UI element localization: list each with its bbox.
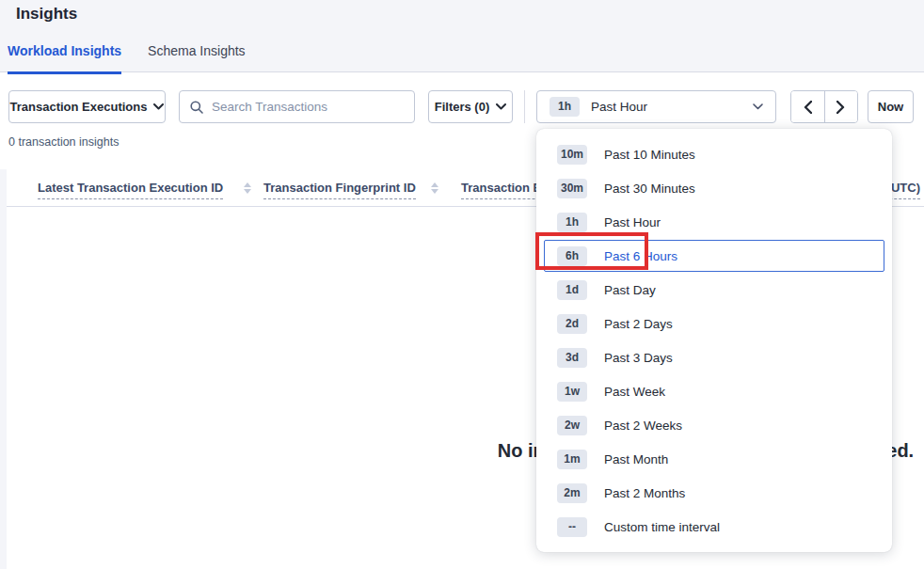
time-interval-option-label: Past Day xyxy=(604,283,656,297)
time-interval-option-label: Past Hour xyxy=(604,215,661,229)
time-interval-dropdown: 10m Past 10 Minutes 30m Past 30 Minutes … xyxy=(536,129,892,552)
time-interval-option[interactable]: 2d Past 2 Days xyxy=(536,307,892,340)
search-icon xyxy=(190,101,203,114)
page-header: Insights Workload Insights Schema Insigh… xyxy=(0,0,924,72)
filters-button[interactable]: Filters (0) xyxy=(428,90,513,123)
time-nav-group xyxy=(790,90,858,123)
time-interval-select[interactable]: 1h Past Hour xyxy=(536,90,776,123)
time-interval-option-label: Custom time interval xyxy=(604,520,720,534)
sort-asc-icon xyxy=(244,182,251,187)
previous-interval-button[interactable] xyxy=(791,91,824,122)
filters-label: Filters (0) xyxy=(435,100,490,114)
tab-workload-insights[interactable]: Workload Insights xyxy=(8,43,121,74)
insight-type-select[interactable]: Transaction Executions xyxy=(8,90,166,123)
time-interval-badge: -- xyxy=(557,517,587,537)
tab-schema-insights[interactable]: Schema Insights xyxy=(148,43,246,74)
time-interval-option-label: Past 2 Weeks xyxy=(604,419,682,433)
chevron-left-icon xyxy=(804,101,812,114)
time-interval-badge: 2w xyxy=(557,416,587,435)
time-interval-option-label: Past 6 Hours xyxy=(604,249,677,263)
table-left-gutter xyxy=(0,169,7,569)
time-interval-badge: 10m xyxy=(557,145,587,165)
now-button[interactable]: Now xyxy=(868,90,914,123)
time-interval-badge: 2m xyxy=(557,483,587,503)
time-interval-option[interactable]: 1m Past Month xyxy=(536,442,892,476)
search-box xyxy=(179,90,415,123)
chevron-down-icon xyxy=(496,103,506,110)
next-interval-button[interactable] xyxy=(824,91,857,122)
search-input[interactable] xyxy=(212,100,404,114)
chevron-right-icon xyxy=(836,101,845,114)
time-interval-badge: 1m xyxy=(557,450,587,469)
insight-type-label: Transaction Executions xyxy=(10,100,148,114)
time-interval-badge: 1h xyxy=(550,97,580,117)
time-interval-option[interactable]: 1h Past Hour xyxy=(536,205,892,239)
column-header-latest-transaction-execution-id: Latest Transaction Execution ID xyxy=(38,181,251,199)
sort-desc-icon xyxy=(244,189,251,194)
time-interval-option[interactable]: 6h Past 6 Hours xyxy=(536,239,892,273)
time-interval-label: Past Hour xyxy=(591,100,647,114)
time-interval-option-label: Past 3 Days xyxy=(604,351,673,365)
time-interval-badge: 3d xyxy=(557,348,587,368)
sort-toggle[interactable] xyxy=(431,182,438,194)
sort-asc-icon xyxy=(431,182,438,187)
time-interval-badge: 30m xyxy=(557,179,587,198)
time-interval-option-label: Past Month xyxy=(604,452,668,466)
chevron-down-icon xyxy=(153,103,164,110)
time-interval-option[interactable]: 2w Past 2 Weeks xyxy=(536,408,892,442)
insights-count: 0 transaction insights xyxy=(8,135,119,149)
column-header-transaction-fingerprint-id: Transaction Fingerprint ID xyxy=(263,181,438,199)
time-interval-option[interactable]: -- Custom time interval xyxy=(536,510,892,544)
time-interval-option[interactable]: 10m Past 10 Minutes xyxy=(536,137,892,171)
sort-toggle[interactable] xyxy=(244,182,251,194)
time-interval-badge: 1d xyxy=(557,280,587,300)
chevron-down-icon xyxy=(753,103,763,110)
time-interval-option[interactable]: 30m Past 30 Minutes xyxy=(536,171,892,205)
time-interval-badge: 1h xyxy=(557,213,587,232)
time-interval-option[interactable]: 1w Past Week xyxy=(536,374,892,408)
tab-bar: Workload Insights Schema Insights xyxy=(8,43,272,74)
sort-desc-icon xyxy=(431,189,438,194)
time-interval-option-label: Past 30 Minutes xyxy=(604,182,695,196)
time-interval-badge: 2d xyxy=(557,314,587,334)
time-interval-option[interactable]: 3d Past 3 Days xyxy=(536,340,892,374)
time-interval-option-label: Past 2 Months xyxy=(604,486,685,500)
time-interval-option-label: Past 2 Days xyxy=(604,317,673,331)
time-interval-badge: 1w xyxy=(557,382,587,402)
time-interval-badge: 6h xyxy=(557,246,587,266)
toolbar-divider xyxy=(524,90,525,123)
time-interval-option[interactable]: 2m Past 2 Months xyxy=(536,476,892,510)
time-interval-option-label: Past Week xyxy=(604,385,665,399)
page-title: Insights xyxy=(16,5,77,24)
time-interval-option-label: Past 10 Minutes xyxy=(604,148,695,162)
time-interval-option[interactable]: 1d Past Day xyxy=(536,273,892,307)
